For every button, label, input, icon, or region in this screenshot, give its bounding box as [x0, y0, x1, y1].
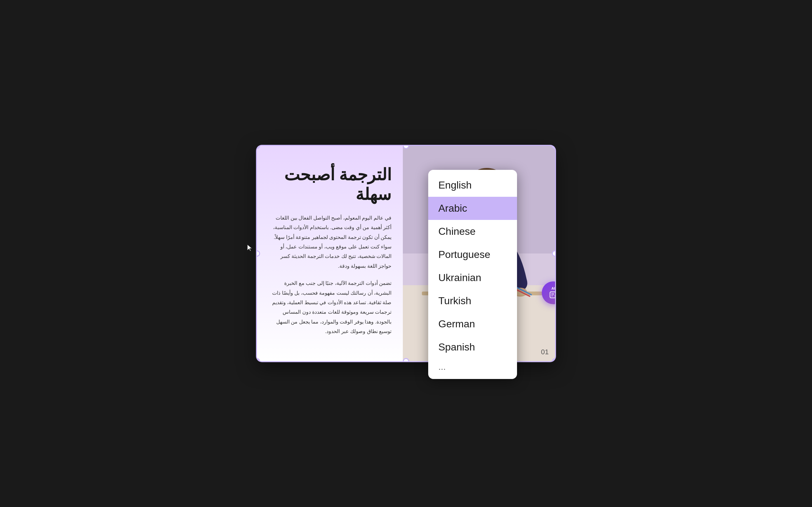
lang-item-arabic[interactable]: Arabic: [428, 197, 517, 220]
lang-item-german[interactable]: German: [428, 313, 517, 336]
lang-item-more[interactable]: ...: [428, 359, 517, 375]
page-number: 01: [541, 348, 549, 356]
lang-item-turkish[interactable]: Turkish: [428, 289, 517, 313]
cursor-icon: [246, 244, 254, 251]
arabic-paragraph-1: في عالم اليوم المعولم، أصبح التواصل الفع…: [268, 213, 392, 271]
lang-item-spanish[interactable]: Spanish: [428, 336, 517, 359]
lang-item-english[interactable]: English: [428, 174, 517, 197]
lang-item-ukrainian[interactable]: Ukrainian: [428, 266, 517, 289]
arabic-paragraph-2: تضمن أدوات الترجمة الآلية، جنبًا إلى جنب…: [268, 279, 392, 336]
main-container: PDF الترجمة أصبحت سهلة في عالم اليوم الم…: [257, 146, 555, 361]
language-dropdown: English Arabic Chinese Portuguese Ukrain…: [428, 170, 517, 379]
ai-label: AI: [552, 287, 555, 290]
left-panel: الترجمة أصبحت سهلة في عالم اليوم المعولم…: [257, 146, 403, 361]
lang-item-chinese[interactable]: Chinese: [428, 220, 517, 243]
arabic-title: الترجمة أصبحت سهلة: [268, 165, 392, 205]
edit-icon: [549, 290, 555, 299]
lang-item-portuguese[interactable]: Portuguese: [428, 243, 517, 266]
